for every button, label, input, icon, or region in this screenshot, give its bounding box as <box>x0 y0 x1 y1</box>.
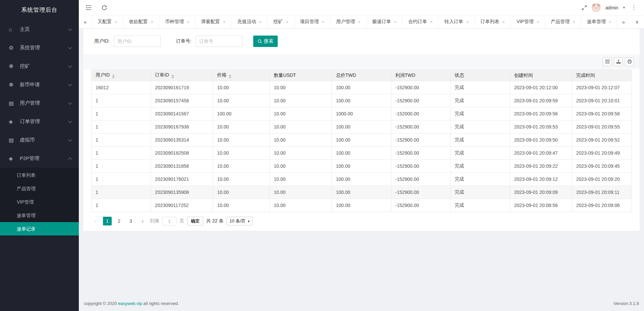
tab-close-icon[interactable]: × <box>151 19 154 24</box>
column-header-label: 价格 <box>217 72 226 77</box>
tab-11[interactable]: 订单列表× <box>475 15 511 28</box>
tab-close-icon[interactable]: × <box>115 19 117 24</box>
sidebar-item-4[interactable]: ▤用户管理 <box>0 94 79 112</box>
goto-confirm-button[interactable]: 确定 <box>187 217 203 225</box>
table-row[interactable]: 12023090141587100.0010.001000.00-152000.… <box>92 107 632 120</box>
tabs-dropdown-icon[interactable]: ∨ <box>630 15 644 28</box>
tab-0[interactable]: 又配置× <box>92 15 123 28</box>
tab-close-icon[interactable]: × <box>466 19 469 24</box>
tab-close-icon[interactable]: × <box>286 19 288 24</box>
tab-4[interactable]: 充值活动× <box>231 15 268 28</box>
export-button[interactable] <box>614 57 623 66</box>
tab-6[interactable]: 项目管理× <box>294 15 331 28</box>
page-next-button[interactable]: › <box>138 217 147 225</box>
sidebar-item-0[interactable]: ⌂主页 <box>0 20 79 39</box>
sidebar-item-2[interactable]: ☸挖矿 <box>0 57 79 75</box>
column-header[interactable]: 订单ID <box>151 70 213 81</box>
tab-close-icon[interactable]: × <box>322 19 325 24</box>
tab-5[interactable]: 挖矿× <box>268 15 294 28</box>
goto-label: 到第 <box>150 218 159 224</box>
table-cell: -152900.00 <box>391 147 450 160</box>
order-no-input[interactable] <box>196 36 243 47</box>
table-row[interactable]: 1202309013590810.0010.00100.00-152900.00… <box>92 186 632 199</box>
page-number-button[interactable]: 2 <box>115 217 123 225</box>
tab-close-icon[interactable]: × <box>187 19 190 24</box>
sort-icon[interactable] <box>112 74 115 79</box>
tab-1[interactable]: 收款配置× <box>123 15 160 28</box>
tab-close-icon[interactable]: × <box>259 19 262 24</box>
table-row[interactable]: 1202309017602110.0010.00100.00-152900.00… <box>92 173 632 186</box>
collapse-sidebar-icon[interactable] <box>86 5 92 10</box>
sidebar-item-6[interactable]: ▤虚拟币 <box>0 131 79 149</box>
tab-2[interactable]: 币种管理× <box>159 15 196 28</box>
tab-close-icon[interactable]: × <box>358 19 361 24</box>
sidebar-subitem[interactable]: VIP管理 <box>0 195 79 209</box>
tab-8[interactable]: 极速订单× <box>367 15 403 28</box>
table-cell: 100.00 <box>332 186 391 199</box>
table-row[interactable]: 1202309015745810.0010.00100.00-152900.00… <box>92 94 632 107</box>
fullscreen-icon[interactable] <box>582 5 587 10</box>
chevron-down-icon <box>68 119 72 123</box>
sidebar-subitem[interactable]: 派单管理 <box>0 209 79 222</box>
table-cell: 1 <box>92 120 151 134</box>
tab-close-icon[interactable]: × <box>223 19 226 24</box>
sort-icon[interactable] <box>171 74 174 79</box>
page-prev-button[interactable]: ‹ <box>91 217 100 225</box>
tab-close-icon[interactable]: × <box>430 19 433 24</box>
goto-page-input[interactable] <box>162 217 176 225</box>
table-row[interactable]: 1202309018250810.0010.00100.00-152900.00… <box>92 147 632 160</box>
sidebar-item-1[interactable]: ⚙系统管理 <box>0 39 79 57</box>
user-id-input[interactable] <box>114 36 161 47</box>
print-button[interactable] <box>625 57 634 66</box>
copyright: copyright © 2020 easyweb.vip all rights … <box>84 301 179 306</box>
tab-7[interactable]: 用户管理× <box>330 15 367 28</box>
table-cell: 完成 <box>450 134 510 147</box>
column-header-label: 用户ID <box>96 72 110 77</box>
table-row[interactable]: 1202309011725210.0010.00100.00-152900.00… <box>92 199 632 212</box>
tab-9[interactable]: 合约订单× <box>402 15 439 28</box>
table-cell: 2023090117252 <box>151 199 213 212</box>
tab-12[interactable]: VIP管理× <box>511 15 545 28</box>
table-cell: 10.00 <box>270 81 332 94</box>
sort-icon[interactable] <box>229 74 231 79</box>
column-header: 总价TWD <box>332 70 391 81</box>
tab-13[interactable]: 产品管理× <box>545 15 581 28</box>
tab-3[interactable]: 弹窗配置× <box>196 15 232 28</box>
refresh-icon[interactable] <box>102 5 107 10</box>
table-row[interactable]: 1202309013185810.0010.00100.00-152900.00… <box>92 160 632 173</box>
avatar[interactable] <box>592 3 601 12</box>
sidebar-item-5[interactable]: ◈订单管理 <box>0 112 79 131</box>
table-row[interactable]: 1202309016793810.0010.00100.00-152900.00… <box>92 120 632 134</box>
chevron-down-icon[interactable]: ▾ <box>623 5 625 10</box>
tab-14[interactable]: 派单管理× <box>581 15 617 28</box>
sidebar-item-label: 用户管理 <box>20 100 69 106</box>
sidebar-item-3[interactable]: ☸新币申请 <box>0 75 79 94</box>
user-menu[interactable]: admin <box>605 5 618 10</box>
table-cell: 100.00 <box>332 94 391 107</box>
column-header[interactable]: 价格 <box>213 70 270 81</box>
sidebar-subitem[interactable]: 派单记录 <box>0 222 79 236</box>
sidebar-item-7[interactable]: ◈P2P管理 <box>0 149 79 168</box>
search-button[interactable]: 搜索 <box>253 36 278 47</box>
page-size-select[interactable]: 10 条/页 ▾ <box>226 217 253 225</box>
tab-close-icon[interactable]: × <box>394 19 397 24</box>
sidebar-subitem[interactable]: 订单列表 <box>0 168 79 182</box>
tab-10[interactable]: 转入订单× <box>439 15 475 28</box>
sidebar-subitem[interactable]: 产品管理 <box>0 182 79 195</box>
column-header[interactable]: 用户ID <box>92 70 151 81</box>
tab-close-icon[interactable]: × <box>609 19 611 24</box>
table-row[interactable]: 1202309013531410.0010.00100.00-152900.00… <box>92 134 632 147</box>
tab-close-icon[interactable]: × <box>502 19 505 24</box>
table-row[interactable]: 16012202309016171910.0010.00100.00-15290… <box>92 81 632 94</box>
tab-close-icon[interactable]: × <box>537 19 539 24</box>
tab-close-icon[interactable]: × <box>573 19 575 24</box>
page-number-button[interactable]: 1 <box>103 217 112 225</box>
tabs-scroll-right[interactable]: » <box>617 15 630 28</box>
page-number-button[interactable]: 3 <box>126 217 135 225</box>
more-menu-icon[interactable]: ⋮ <box>630 4 638 11</box>
sidebar-item-label: 主页 <box>20 26 69 33</box>
columns-toggle-button[interactable] <box>603 57 612 66</box>
table-cell: 完成 <box>450 147 510 160</box>
tabs-scroll-left[interactable]: « <box>79 15 92 28</box>
copyright-link[interactable]: easyweb.vip <box>118 301 142 306</box>
